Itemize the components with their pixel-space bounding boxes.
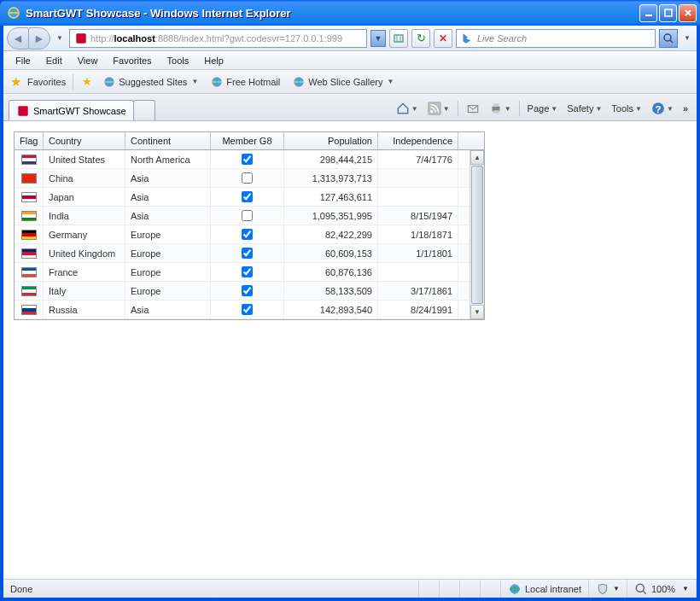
col-country[interactable]: Country bbox=[44, 132, 125, 149]
tools-menu[interactable]: Tools▼ bbox=[608, 102, 645, 115]
g8-checkbox[interactable] bbox=[242, 229, 253, 240]
g8-checkbox[interactable] bbox=[242, 248, 253, 259]
col-population[interactable]: Population bbox=[284, 132, 378, 149]
table-row[interactable]: FranceEurope60,876,136 bbox=[15, 263, 484, 282]
back-button[interactable]: ◄ bbox=[7, 27, 29, 50]
cell-g8 bbox=[211, 150, 284, 168]
g8-checkbox[interactable] bbox=[242, 210, 253, 221]
cell-population: 298,444,215 bbox=[284, 150, 378, 168]
stop-button[interactable]: ✕ bbox=[434, 29, 452, 48]
status-pane bbox=[481, 580, 501, 598]
security-zone[interactable]: Local intranet bbox=[501, 580, 589, 598]
free-hotmail-link[interactable]: Free Hotmail bbox=[207, 73, 283, 90]
table-row[interactable]: United KingdomEurope60,609,1531/1/1801 bbox=[15, 244, 484, 263]
favorites-label[interactable]: Favorites bbox=[27, 77, 66, 87]
cell-population: 127,463,611 bbox=[284, 188, 378, 206]
table-row[interactable]: ItalyEurope58,133,5093/17/1861 bbox=[15, 282, 484, 300]
menu-tools[interactable]: Tools bbox=[160, 54, 196, 67]
safety-menu[interactable]: Safety▼ bbox=[563, 102, 605, 115]
command-bar: SmartGWT Showcase ▼ ▼ ▼ Page▼ Safety▼ To… bbox=[3, 94, 697, 121]
flag-icon bbox=[21, 192, 37, 202]
cell-independence bbox=[378, 169, 458, 187]
cell-country: India bbox=[44, 207, 125, 225]
read-mail-button[interactable] bbox=[463, 100, 483, 117]
cell-flag bbox=[15, 300, 44, 318]
menu-help[interactable]: Help bbox=[197, 54, 230, 67]
print-icon bbox=[489, 102, 503, 115]
cell-flag bbox=[15, 244, 44, 262]
scroll-up-button[interactable]: ▲ bbox=[470, 150, 484, 165]
cell-population: 142,893,540 bbox=[284, 300, 378, 318]
table-row[interactable]: JapanAsia127,463,611 bbox=[15, 188, 484, 207]
table-row[interactable]: IndiaAsia1,095,351,9958/15/1947 bbox=[15, 207, 484, 225]
suggested-sites-link[interactable]: Suggested Sites ▼ bbox=[99, 73, 201, 90]
address-dropdown[interactable]: ▼ bbox=[370, 30, 386, 47]
g8-checkbox[interactable] bbox=[242, 191, 253, 202]
col-continent[interactable]: Continent bbox=[125, 132, 211, 149]
table-row[interactable]: RussiaAsia142,893,5408/24/1991 bbox=[15, 300, 484, 319]
refresh-button[interactable]: ↻ bbox=[411, 29, 430, 48]
menu-favorites[interactable]: Favorites bbox=[106, 54, 158, 67]
add-favorite-icon[interactable]: ★ bbox=[80, 75, 94, 89]
menu-file[interactable]: File bbox=[9, 54, 38, 67]
search-dropdown[interactable]: ▼ bbox=[681, 34, 693, 42]
menu-edit[interactable]: Edit bbox=[39, 54, 69, 67]
overflow-button[interactable]: » bbox=[680, 103, 691, 114]
tab-active[interactable]: SmartGWT Showcase bbox=[9, 100, 134, 120]
col-g8[interactable]: Member G8 bbox=[211, 132, 284, 149]
forward-button[interactable]: ► bbox=[28, 27, 50, 50]
svg-rect-14 bbox=[493, 103, 499, 106]
cell-country: United States bbox=[44, 150, 125, 168]
table-row[interactable]: United StatesNorth America298,444,2157/4… bbox=[15, 150, 484, 169]
cell-g8 bbox=[211, 188, 284, 206]
cell-independence: 1/18/1871 bbox=[378, 225, 458, 243]
address-bar[interactable]: http://localhost:8888/index.html?gwt.cod… bbox=[69, 29, 367, 48]
close-button[interactable] bbox=[679, 4, 697, 22]
g8-checkbox[interactable] bbox=[242, 285, 253, 296]
print-button[interactable]: ▼ bbox=[486, 100, 515, 117]
compat-view-button[interactable] bbox=[389, 29, 408, 48]
bing-icon bbox=[460, 32, 474, 45]
svg-point-5 bbox=[664, 34, 671, 41]
home-button[interactable]: ▼ bbox=[393, 100, 422, 117]
protected-mode[interactable]: ▼ bbox=[589, 580, 627, 598]
cell-independence: 3/17/1861 bbox=[378, 282, 458, 300]
menu-bar: File Edit View Favorites Tools Help bbox=[3, 51, 697, 70]
window-title: SmartGWT Showcase - Windows Internet Exp… bbox=[24, 7, 639, 20]
cell-flag bbox=[15, 150, 44, 168]
web-slice-link[interactable]: Web Slice Gallery ▼ bbox=[289, 73, 397, 90]
col-flag[interactable]: Flag bbox=[15, 132, 44, 149]
cell-country: Italy bbox=[44, 282, 125, 300]
maximize-button[interactable] bbox=[659, 4, 677, 22]
page-menu[interactable]: Page▼ bbox=[524, 102, 562, 115]
nav-history-dropdown[interactable]: ▼ bbox=[54, 34, 66, 42]
table-row[interactable]: GermanyEurope82,422,2991/18/1871 bbox=[15, 225, 484, 244]
help-button[interactable]: ?▼ bbox=[648, 100, 677, 117]
g8-checkbox[interactable] bbox=[242, 266, 253, 277]
scroll-thumb[interactable] bbox=[471, 166, 483, 304]
search-button[interactable] bbox=[659, 29, 678, 48]
feeds-button[interactable]: ▼ bbox=[424, 100, 453, 117]
scroll-down-button[interactable]: ▼ bbox=[470, 305, 484, 319]
countries-grid: Flag Country Continent Member G8 Populat… bbox=[14, 131, 485, 320]
cell-continent: Europe bbox=[125, 244, 211, 262]
svg-rect-1 bbox=[645, 15, 652, 16]
grid-scrollbar[interactable]: ▲ ▼ bbox=[470, 150, 484, 319]
zoom-control[interactable]: 100% ▼ bbox=[627, 580, 697, 598]
col-independence[interactable]: Independence bbox=[378, 132, 458, 149]
minimize-button[interactable] bbox=[639, 4, 657, 22]
favorites-star-icon[interactable]: ★ bbox=[9, 75, 22, 89]
chevron-down-icon: ▼ bbox=[191, 78, 198, 85]
status-pane bbox=[440, 580, 460, 598]
g8-checkbox[interactable] bbox=[242, 154, 253, 165]
table-row[interactable]: ChinaAsia1,313,973,713 bbox=[15, 169, 484, 188]
ie-icon bbox=[210, 75, 224, 89]
g8-checkbox[interactable] bbox=[242, 172, 253, 184]
svg-point-11 bbox=[430, 110, 433, 113]
menu-view[interactable]: View bbox=[71, 54, 105, 67]
search-box[interactable]: Live Search bbox=[456, 29, 656, 48]
g8-checkbox[interactable] bbox=[242, 304, 253, 315]
status-pane bbox=[419, 580, 440, 598]
col-scrollspace bbox=[458, 132, 484, 149]
new-tab-button[interactable] bbox=[133, 100, 155, 120]
